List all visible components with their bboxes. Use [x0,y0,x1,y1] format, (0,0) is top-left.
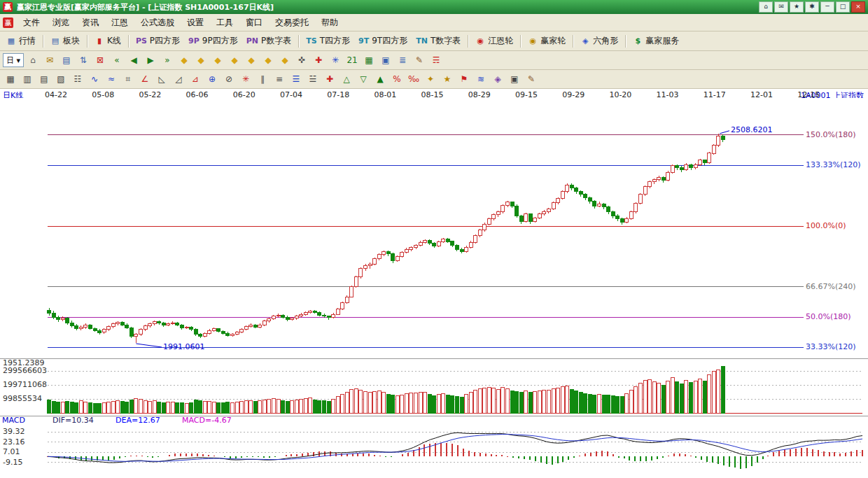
candle [217,328,220,332]
btn-gann-wheel[interactable]: ◉江恩轮 [472,34,517,48]
star-burst-icon[interactable]: ✳ [238,71,253,87]
prev-bar-icon[interactable]: ◀ [126,52,141,68]
pattern-tool-icon[interactable]: ☷ [70,71,85,87]
grid-tool-icon[interactable]: ▦ [3,71,18,87]
btn-t-square[interactable]: TST四方形 [302,34,354,48]
btn-sectors[interactable]: ▤板块 [47,34,83,48]
gann-grid-icon[interactable]: ◆ [210,52,225,68]
last-bar-icon[interactable]: » [160,52,175,68]
parallel-lines-icon[interactable]: ∥ [255,71,270,87]
plus-marker-icon[interactable]: ✚ [322,71,337,87]
gann-angle-icon[interactable]: ⊿ [188,71,203,87]
menu-gann[interactable]: 江恩 [105,15,134,31]
gann-level-label: 33.33%(120) [806,342,856,351]
report-list-icon[interactable]: ≣ [395,52,410,68]
permille-tool-icon[interactable]: ‰ [406,71,421,87]
circle-slash-icon[interactable]: ⊘ [221,71,237,87]
home-icon[interactable]: ⌂ [25,52,41,68]
btn-9t-square[interactable]: 9T9T四方形 [355,34,411,48]
btn-kline[interactable]: ▮K线 [91,34,125,48]
btn-t-number-table-icon: TN [416,36,428,45]
gann-circle-icon[interactable]: ◆ [244,52,259,68]
btn-winner-wheel[interactable]: ◉赢家轮 [524,34,569,48]
gann-time-icon[interactable]: ◆ [260,52,276,68]
menu-news[interactable]: 资讯 [76,15,105,31]
close-button[interactable]: × [851,1,865,13]
percent-tool-icon[interactable]: % [389,71,405,87]
left-triangle-icon[interactable]: ◺ [154,71,169,87]
annotate-icon[interactable]: ✎ [412,52,427,68]
titlebar-mail-button[interactable]: ✉ [774,1,788,13]
period-dropdown[interactable]: 日 ▾ [3,53,24,67]
down-triangle-icon[interactable]: ▽ [356,71,371,87]
flag-tool-icon[interactable]: ⚑ [456,71,472,87]
diamond-tool-icon[interactable]: ◈ [490,71,505,87]
btn-9p-square[interactable]: 9P9P四方形 [185,34,241,48]
macd-title-label[interactable]: MACD [2,416,25,425]
page-updown-icon[interactable]: ⇅ [76,52,91,68]
menu-file[interactable]: 文件 [17,15,46,31]
crosshair-icon[interactable]: ✜ [294,52,309,68]
hgrid-tool-icon[interactable]: ▤ [36,71,52,87]
gann-fan-icon[interactable]: ◆ [193,52,209,68]
candle [717,134,720,147]
box-tool-icon[interactable]: ▣ [507,71,522,87]
ripple-tool-icon[interactable]: ≈ [104,71,119,87]
toolbar-separator [520,35,521,48]
split-window-icon[interactable]: ▣ [378,52,393,68]
gann-wheel-small-icon[interactable]: ✳ [328,52,343,68]
btn-p-number-table[interactable]: PNP数字表 [243,34,295,48]
quote-page-icon[interactable]: ▤ [59,52,74,68]
angle-line-icon[interactable]: ∠ [137,71,153,87]
diag-grid-tool-icon[interactable]: ▧ [53,71,69,87]
menu-browse[interactable]: 浏览 [46,15,76,31]
btn-p-square[interactable]: PSP四方形 [132,34,183,48]
macd-bar [601,451,603,456]
menu-settings[interactable]: 设置 [181,15,210,31]
up-triangle-icon[interactable]: △ [339,71,354,87]
mail-icon[interactable]: ✉ [42,52,57,68]
gann-box-icon[interactable]: ◆ [227,52,242,68]
volume-bar [88,403,92,413]
menu-window[interactable]: 窗口 [239,15,269,31]
split-lines-icon[interactable]: ☱ [305,71,321,87]
btn-gann-wheel-label: 江恩轮 [488,35,513,47]
circle-cross-icon[interactable]: ⊕ [204,71,220,87]
maximize-button[interactable]: □ [836,1,850,13]
btn-hexagon[interactable]: ◈六角形 [577,34,622,48]
btn-market-quotes[interactable]: ▦行情 [3,34,39,48]
gann-angles-icon[interactable]: ◆ [176,52,192,68]
channel-lines-icon[interactable]: ☰ [288,71,304,87]
gann-price-icon[interactable]: ◆ [277,52,293,68]
triple-line-icon[interactable]: ≡ [272,71,287,87]
titlebar-favorites-button[interactable]: ★ [790,1,804,13]
candle [221,330,225,335]
titlebar-theme-button[interactable]: ✱ [805,1,819,13]
btn-t-number-table[interactable]: TNT数字表 [412,34,464,48]
candle [588,197,592,204]
menu-tools[interactable]: 工具 [210,15,239,31]
flag-star-icon[interactable]: ★ [440,71,455,87]
volume-bar [712,371,715,413]
menu-formula-stock-pick[interactable]: 公式选股 [134,15,181,31]
solid-triangle-icon[interactable]: ▲ [372,71,388,87]
first-bar-icon[interactable]: « [109,52,125,68]
right-triangle-icon[interactable]: ◿ [171,71,186,87]
wave-tool-icon[interactable]: ∿ [87,71,102,87]
menu-help[interactable]: 帮助 [315,15,344,31]
menu-trade[interactable]: 交易委托 [269,15,315,31]
calendar-cycle-icon[interactable]: 21 [344,52,360,68]
indicator-icon[interactable]: ☴ [428,52,444,68]
star-marker-icon[interactable]: ✦ [423,71,438,87]
text-note-icon[interactable]: ✎ [524,71,539,87]
next-bar-icon[interactable]: ▶ [143,52,158,68]
titlebar-home-button[interactable]: ⌂ [759,1,773,13]
minimize-button[interactable]: ─ [820,1,834,13]
lattice-tool-icon[interactable]: ⌗ [120,71,136,87]
data-grid-icon[interactable]: ▦ [361,52,377,68]
wave3-tool-icon[interactable]: ≋ [473,71,489,87]
add-marker-icon[interactable]: ✚ [311,52,326,68]
region-select-icon[interactable]: ⊠ [92,52,108,68]
btn-winner-service[interactable]: $赢家服务 [629,34,682,48]
vgrid-tool-icon[interactable]: ▥ [20,71,35,87]
